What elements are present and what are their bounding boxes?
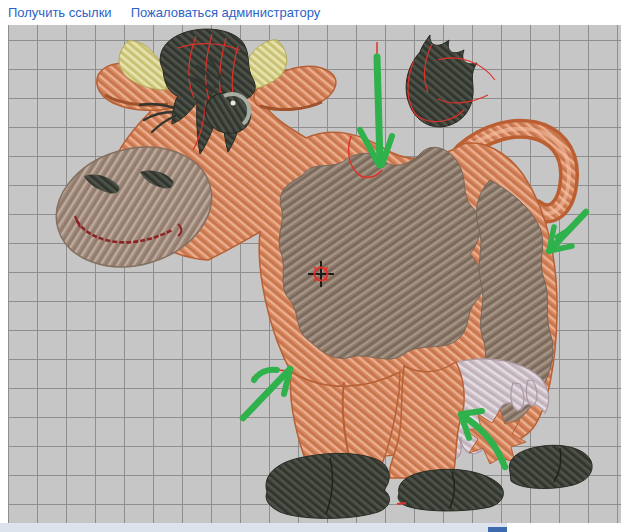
report-admin-link[interactable]: Пожаловаться администратору xyxy=(131,5,321,20)
design-grid-canvas[interactable] xyxy=(8,25,621,523)
embroidery-viewer-window: Получить ссылки Пожаловаться администрат… xyxy=(0,0,621,532)
get-links-link[interactable]: Получить ссылки xyxy=(8,5,112,20)
scrollbar-track[interactable] xyxy=(0,523,507,532)
horizontal-scrollbar[interactable] xyxy=(0,523,621,532)
scrollbar-thumb[interactable] xyxy=(488,527,507,532)
toolbar: Получить ссылки Пожаловаться администрат… xyxy=(0,0,621,25)
scrollbar-corner xyxy=(507,523,621,532)
